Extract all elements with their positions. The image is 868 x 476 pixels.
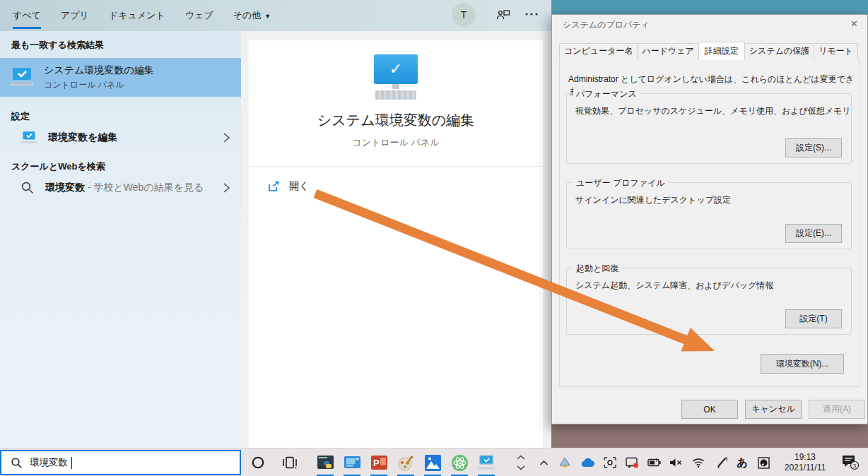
tray-ime-mode[interactable]: あ	[732, 448, 752, 476]
ok-button[interactable]: OK	[681, 400, 738, 419]
system-properties-large-icon: ✓	[374, 54, 418, 100]
system-properties-dialog: システムのプロパティ ✕ コンピューター名 ハードウェア 詳細設定 システムの保…	[551, 14, 868, 424]
taskbar-app-system-properties[interactable]	[473, 448, 500, 476]
tab-web[interactable]: ウェブ	[185, 9, 213, 22]
performance-settings-button[interactable]: 設定(S)...	[785, 138, 842, 157]
taskbar-app-powerpoint[interactable]: P	[365, 448, 392, 476]
group-legend: パフォーマンス	[573, 88, 640, 100]
preview-title: システム環境変数の編集	[249, 111, 543, 130]
taskbar-clock[interactable]: 19:13 2021/11/11	[775, 452, 835, 473]
notification-count: 3	[853, 463, 857, 469]
tab-hardware[interactable]: ハードウェア	[637, 43, 698, 59]
text-caret	[71, 457, 72, 469]
taskbar-scroll[interactable]	[513, 448, 529, 476]
taskbar-app-atom[interactable]	[446, 448, 473, 476]
result-label: 環境変数 - 学校とWebの結果を見る	[45, 182, 204, 194]
startup-settings-button[interactable]: 設定(T)	[785, 309, 842, 328]
atom-icon	[451, 454, 469, 472]
chevron-right-icon[interactable]	[221, 182, 231, 194]
search-results-panel: 最も一致する検索結果 システム環境変数の編集 コントロール パネル 設定	[0, 31, 241, 448]
tab-documents[interactable]: ドキュメント	[109, 9, 165, 22]
capture-frame-icon	[604, 457, 616, 468]
group-legend: ユーザー プロファイル	[573, 177, 668, 189]
result-web-search[interactable]: 環境変数 - 学校とWebの結果を見る	[0, 174, 241, 201]
screen-record-icon	[626, 457, 639, 468]
task-view-icon	[282, 456, 298, 469]
tray-onedrive[interactable]	[577, 448, 598, 476]
tab-computer-name[interactable]: コンピューター名	[559, 43, 638, 59]
svg-text:P: P	[373, 458, 380, 468]
task-view-button[interactable]	[278, 448, 301, 476]
chevron-up-icon[interactable]	[517, 455, 525, 460]
cortana-icon	[251, 456, 265, 470]
powerpoint-icon: P	[370, 454, 388, 472]
dialog-title: システムのプロパティ	[552, 15, 867, 33]
tab-remote[interactable]: リモート	[814, 43, 858, 59]
search-icon	[11, 457, 23, 469]
cancel-button[interactable]: キャンセル	[745, 400, 802, 419]
python-console-icon	[317, 454, 334, 472]
preview-card: ✓ システム環境変数の編集 コントロール パネル 開く	[249, 40, 543, 448]
tab-more[interactable]: その他▼	[233, 9, 271, 22]
battery-icon	[647, 458, 661, 467]
tray-screen-record[interactable]	[621, 448, 643, 476]
chevron-right-icon[interactable]	[221, 131, 231, 144]
environment-variables-button[interactable]: 環境変数(N)...	[761, 354, 844, 374]
taskbar-app-display[interactable]	[339, 448, 365, 476]
tray-battery[interactable]	[643, 448, 664, 476]
taskbar-app-python[interactable]	[312, 448, 339, 476]
settings-section-header: 設定	[0, 110, 241, 123]
group-legend: 起動と回復	[573, 263, 621, 275]
group-startup-recovery: 起動と回復 システム起動、システム障害、およびデバッグ情報 設定(T)	[566, 268, 852, 335]
tray-capture[interactable]	[599, 448, 621, 476]
group-performance: パフォーマンス 視覚効果、プロセッサのスケジュール、メモリ使用、および仮想メモリ…	[566, 93, 852, 164]
web-section-header: スクールとWebを検索	[0, 160, 241, 173]
clock-time: 19:13	[775, 452, 835, 463]
notification-center-button[interactable]: 3	[838, 448, 862, 476]
tab-system-protection[interactable]: システムの保護	[744, 43, 814, 59]
tray-app[interactable]	[554, 448, 575, 476]
active-tab-indicator	[13, 27, 41, 29]
feedback-icon[interactable]	[496, 8, 510, 21]
taskbar: P	[0, 448, 868, 476]
display-settings-icon	[344, 454, 361, 472]
tray-show-hidden[interactable]	[534, 448, 553, 476]
result-label: 環境変数を編集	[48, 131, 117, 144]
clock-date: 2021/11/11	[775, 463, 835, 473]
search-filter-tabs: すべて アプリ ドキュメント ウェブ その他▼	[13, 0, 291, 31]
group-user-profiles: ユーザー プロファイル サインインに関連したデスクトップ設定 設定(E)...	[566, 182, 852, 249]
tray-ime-option[interactable]	[753, 448, 773, 476]
desktop: すべて アプリ ドキュメント ウェブ その他▼ T 最も一致する検索結果	[0, 0, 868, 476]
open-command[interactable]: 開く	[249, 167, 543, 193]
taskbar-app-photos[interactable]	[419, 448, 446, 476]
tray-volume-muted[interactable]	[664, 448, 687, 476]
open-label: 開く	[289, 180, 309, 193]
tab-apps[interactable]: アプリ	[61, 9, 89, 22]
open-external-icon	[268, 181, 280, 192]
user-profiles-settings-button[interactable]: 設定(E)...	[785, 224, 842, 243]
chevron-down-icon: ▼	[264, 13, 271, 20]
best-match-subtitle: コントロール パネル	[44, 79, 154, 91]
more-options-icon[interactable]	[524, 12, 539, 16]
user-avatar[interactable]: T	[452, 3, 476, 27]
tray-pen[interactable]	[711, 448, 732, 476]
wifi-icon	[692, 458, 705, 468]
taskbar-search-box[interactable]	[0, 450, 241, 475]
close-icon[interactable]: ✕	[850, 18, 858, 29]
cortana-button[interactable]	[247, 448, 269, 476]
tab-advanced[interactable]: 詳細設定	[698, 42, 745, 60]
prism-app-icon	[558, 456, 571, 469]
taskbar-app-paint[interactable]	[392, 448, 419, 476]
system-properties-icon	[477, 454, 495, 471]
pen-icon	[716, 457, 727, 468]
search-input[interactable]	[30, 458, 206, 468]
apply-button-disabled: 適用(A)	[809, 400, 865, 419]
tab-all[interactable]: すべて	[13, 9, 41, 22]
search-topbar: すべて アプリ ドキュメント ウェブ その他▼ T	[0, 0, 551, 31]
chevron-down-icon[interactable]	[517, 465, 525, 470]
best-match-result[interactable]: システム環境変数の編集 コントロール パネル	[0, 58, 241, 97]
system-properties-icon	[9, 66, 35, 89]
tray-wifi[interactable]	[687, 448, 710, 476]
ime-a-icon: あ	[737, 456, 747, 470]
result-edit-env-vars[interactable]: 環境変数を編集	[0, 124, 241, 151]
